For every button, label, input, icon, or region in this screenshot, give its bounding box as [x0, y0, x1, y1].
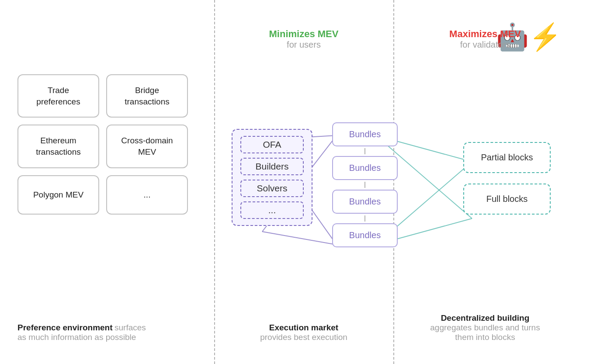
connector-dot-2 — [364, 182, 365, 188]
left-bottom-label: Preference environment surfacesas much i… — [17, 323, 197, 342]
cross-domain-mev-box: Cross-domain MEV — [106, 125, 188, 168]
middle-bottom-label: Execution market provides best execution — [214, 323, 393, 342]
execution-item-ofa: OFA — [240, 136, 304, 153]
ethereum-transactions-box: Ethereum transactions — [17, 125, 99, 168]
minimizes-mev-title: Minimizes MEV — [214, 28, 393, 40]
right-bottom-label: Decentralized building aggregates bundle… — [393, 313, 577, 342]
ellipsis-box: ... — [106, 175, 188, 215]
divider-left — [214, 0, 215, 364]
left-column: Trade preferences Bridge transactions Et… — [17, 74, 188, 215]
trade-preferences-box: Trade preferences — [17, 74, 99, 118]
connector-dot-3 — [364, 215, 365, 222]
execution-market-box: OFA Builders Solvers ... — [232, 129, 312, 226]
execution-item-ellipsis: ... — [240, 201, 304, 219]
middle-header: Minimizes MEV for users — [214, 28, 393, 50]
partial-blocks-box: Partial blocks — [463, 142, 551, 173]
svg-line-1 — [262, 232, 337, 245]
blocks-column: Partial blocks Full blocks — [463, 142, 551, 215]
maximizes-mev-subtitle: for validators — [393, 40, 577, 50]
bundle-box-1: Bundles — [332, 122, 398, 146]
bridge-transactions-box: Bridge transactions — [106, 74, 188, 118]
execution-item-solvers: Solvers — [240, 180, 304, 197]
right-label-gray: aggregates bundles and turnsthem into bl… — [430, 323, 540, 342]
middle-label-bold: Execution market — [269, 323, 338, 332]
polygon-mev-box: Polygon MEV — [17, 175, 99, 215]
right-label-bold: Decentralized building — [441, 313, 530, 322]
bundle-box-2: Bundles — [332, 156, 398, 180]
execution-item-builders: Builders — [240, 158, 304, 175]
connector-dot-1 — [364, 148, 365, 154]
bundle-box-3: Bundles — [332, 190, 398, 214]
minimizes-mev-subtitle: for users — [214, 40, 393, 50]
full-blocks-box: Full blocks — [463, 184, 551, 215]
middle-label-gray: provides best execution — [260, 333, 347, 342]
bundle-box-4: Bundles — [332, 223, 398, 247]
right-header: Maximizes MEV for validators — [393, 28, 577, 50]
maximizes-mev-title: Maximizes MEV — [393, 28, 577, 40]
bundles-column: Bundles Bundles Bundles Bundles — [332, 122, 398, 247]
left-label-bold: Preference environment — [17, 323, 113, 332]
input-grid: Trade preferences Bridge transactions Et… — [17, 74, 188, 215]
